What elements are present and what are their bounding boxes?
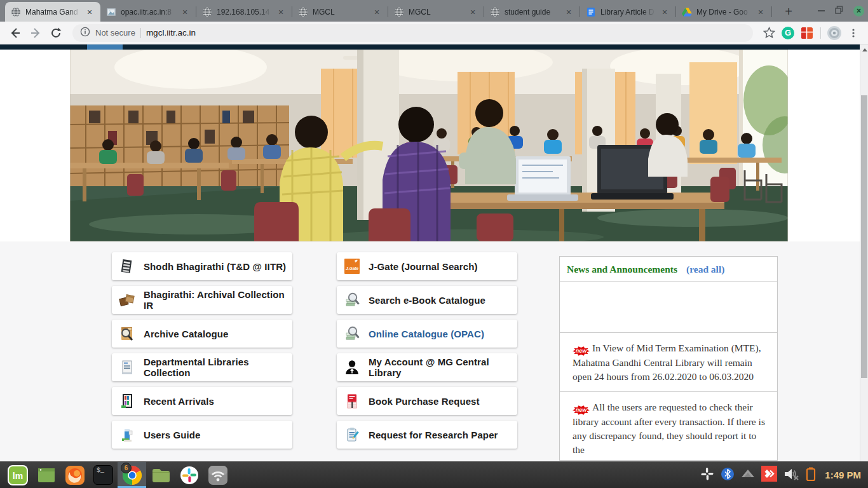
link-my-account[interactable]: My Account @ MG Central Library (337, 353, 517, 381)
minimize-button[interactable] (818, 10, 825, 11)
tab-title: Library Article D (600, 8, 655, 17)
red-book-icon (344, 393, 360, 409)
terminal-launcher[interactable]: $_ (89, 462, 118, 488)
new-badge: new (573, 346, 590, 356)
window-controls: × (818, 0, 864, 22)
address-bar[interactable]: Not secure mgcl.iitr.ac.in (72, 24, 753, 42)
taskbar-clock[interactable]: 1:49 PM (825, 470, 861, 480)
link-users-guide[interactable]: Users Guide (112, 421, 292, 449)
profile-avatar[interactable] (826, 25, 843, 41)
link-online-catalogue-opac[interactable]: Online Catalogue (OPAC) (337, 320, 517, 348)
new-tab-button[interactable]: + (780, 3, 797, 20)
scroll-up-arrow-icon[interactable] (862, 48, 867, 51)
books-magnifier-icon (344, 325, 360, 342)
tab-close-icon[interactable]: × (468, 8, 478, 17)
refresh-button[interactable] (47, 24, 65, 42)
battery-icon[interactable] (805, 466, 817, 484)
tab-opac[interactable]: opac.iitr.ac.in:8 × (100, 2, 196, 22)
volume-muted-icon[interactable] (783, 467, 799, 484)
archive-boxes-icon (119, 292, 135, 308)
tab-mahatma-gandhi-library[interactable]: Mahatma Gand × (5, 2, 100, 22)
link-archive-catalogue[interactable]: Archive Catalogue (112, 320, 292, 348)
news-title: News and Announcements (567, 264, 677, 275)
network-wifi-icon[interactable] (740, 468, 756, 483)
tab-close-icon[interactable]: × (180, 8, 190, 17)
tab-my-drive[interactable]: My Drive - Goo × (676, 2, 771, 22)
quick-links-middle: J-Gate J-Gate (Journal Search) Search e-… (337, 252, 517, 454)
toolbar-divider (820, 27, 821, 39)
link-shodh-bhagirathi[interactable]: Shodh Bhagirathi (T&D @ IITR) (112, 252, 292, 280)
mint-menu-button[interactable]: lm (3, 462, 32, 488)
folder-magnifier-icon (119, 325, 135, 342)
restore-button[interactable] (835, 5, 843, 17)
tab-close-icon[interactable]: × (756, 8, 766, 17)
orange-extension-icon[interactable] (799, 25, 815, 41)
chrome-launcher-active[interactable]: 6 (118, 462, 146, 488)
clipboard-pencil-icon (344, 426, 360, 443)
scrollbar-thumb[interactable] (861, 95, 867, 378)
link-label: Users Guide (144, 430, 200, 440)
url-text: mgcl.iitr.ac.in (146, 28, 196, 37)
tab-close-icon[interactable]: × (564, 8, 574, 17)
library-shelf-icon (119, 359, 135, 376)
library-photo (70, 50, 788, 241)
person-icon (344, 359, 360, 376)
link-label: Bhagirathi: Archival Collection IR (144, 289, 292, 311)
link-recent-arrivals[interactable]: Recent Arrivals (112, 387, 292, 415)
globe-icon (394, 7, 404, 17)
bluetooth-icon[interactable] (721, 467, 735, 484)
security-label: Not secure (95, 28, 135, 37)
link-book-purchase-request[interactable]: Book Purchase Request (337, 387, 517, 415)
link-label: My Account @ MG Central Library (369, 356, 517, 378)
page-scrollbar[interactable] (860, 44, 868, 461)
link-bhagirathi-archival[interactable]: Bhagirathi: Archival Collection IR (112, 286, 292, 314)
tab-student-guide[interactable]: student guide × (484, 2, 580, 22)
link-jgate[interactable]: J-Gate J-Gate (Journal Search) (337, 252, 517, 280)
wifi-tool-launcher[interactable] (203, 462, 232, 488)
chrome-tab-count-badge: 6 (121, 463, 132, 473)
link-label: Online Catalogue (OPAC) (369, 329, 484, 339)
browser-toolbar: Not secure mgcl.iitr.ac.in G (0, 22, 868, 44)
tab-close-icon[interactable]: × (276, 8, 286, 17)
tab-mgcl-2[interactable]: MGCL × (388, 2, 484, 22)
anydesk-icon[interactable] (761, 466, 777, 484)
image-placeholder-icon (106, 7, 116, 17)
tab-title: My Drive - Goo (696, 8, 751, 17)
news-item-text: In View of Mid Term Examination (MTE), M… (573, 342, 761, 382)
tab-close-icon[interactable]: × (660, 8, 670, 17)
link-label: Request for Research Paper (369, 430, 498, 440)
tab-separator (771, 6, 772, 17)
link-departmental-libraries[interactable]: Departmental Libraries Collection (112, 353, 292, 381)
guide-kiosk-icon (119, 426, 135, 443)
slack-tray-icon[interactable] (700, 466, 715, 484)
forward-button[interactable] (27, 24, 44, 42)
browser-menu-icon[interactable] (845, 25, 862, 41)
tab-title: opac.iitr.ac.in:8 (121, 8, 175, 17)
svg-text:lm: lm (12, 471, 22, 481)
google-docs-icon (586, 7, 596, 17)
tab-ip-address[interactable]: 192.168.105.14 × (196, 2, 292, 22)
page-viewport: Shodh Bhagirathi (T&D @ IITR) Bhagirathi… (0, 44, 868, 461)
bookmark-star-icon[interactable] (761, 25, 777, 41)
link-request-research-paper[interactable]: Request for Research Paper (337, 421, 517, 449)
tab-close-icon[interactable]: × (372, 8, 382, 17)
close-button[interactable]: × (853, 6, 864, 17)
slack-launcher[interactable] (175, 462, 203, 488)
tab-close-icon[interactable]: × (85, 8, 95, 17)
back-button[interactable] (6, 24, 24, 42)
link-label: Book Purchase Request (369, 396, 480, 407)
tab-title: student guide (505, 8, 559, 17)
globe-icon (202, 7, 212, 17)
grammarly-extension-icon[interactable]: G (780, 25, 796, 41)
show-desktop-button[interactable] (32, 462, 60, 488)
firefox-launcher[interactable] (60, 462, 89, 488)
file-manager-launcher[interactable] (146, 462, 175, 488)
browser-window: Mahatma Gand × opac.iitr.ac.in:8 × 192.1… (0, 0, 868, 488)
info-icon[interactable] (80, 27, 90, 39)
link-search-ebook-catalogue[interactable]: Search e-Book Catalogue (337, 286, 517, 314)
read-all-link[interactable]: (read all) (686, 264, 724, 275)
page-margin-left (0, 50, 70, 241)
tab-mgcl-1[interactable]: MGCL × (292, 2, 388, 22)
tab-library-article[interactable]: Library Article D × (580, 2, 675, 22)
taskbar: lm $_ 6 (0, 461, 868, 488)
